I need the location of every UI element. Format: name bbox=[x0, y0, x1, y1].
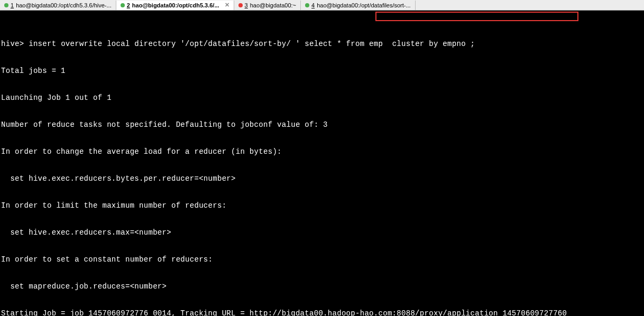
output-line: In order to limit the maximum number of … bbox=[1, 201, 643, 210]
tab-number: 1 bbox=[11, 2, 14, 8]
status-dot-icon bbox=[305, 3, 309, 7]
tab-label: hao@bigdata00:/opt/datafiles/sort-... bbox=[317, 2, 411, 8]
close-icon[interactable]: ✕ bbox=[225, 2, 229, 8]
tab-1[interactable]: 1 hao@bigdata00:/opt/cdh5.3.6/hive-... bbox=[0, 1, 116, 10]
tab-bar: 1 hao@bigdata00:/opt/cdh5.3.6/hive-... 2… bbox=[0, 0, 644, 11]
status-dot-icon bbox=[121, 3, 125, 7]
tab-label: hao@bigdata00:/opt/cdh5.3.6/hive-... bbox=[16, 2, 112, 8]
output-line: set hive.exec.reducers.max=<number> bbox=[1, 228, 643, 237]
output-line: set mapreduce.job.reduces=<number> bbox=[1, 282, 643, 291]
output-line: set hive.exec.reducers.bytes.per.reducer… bbox=[1, 174, 643, 183]
tab-label: hao@bigdata00:~ bbox=[250, 2, 296, 8]
tab-number: 2 bbox=[127, 2, 130, 8]
status-dot-icon bbox=[238, 3, 243, 7]
output-line: Launching Job 1 out of 1 bbox=[1, 94, 643, 103]
tab-label: hao@bigdata00:/opt/cdh5.3.6/... bbox=[132, 2, 219, 8]
tab-number: 4 bbox=[311, 2, 315, 8]
tab-4[interactable]: 4 hao@bigdata00:/opt/datafiles/sort-... bbox=[301, 1, 416, 10]
output-line: Total jobs = 1 bbox=[1, 67, 643, 76]
output-line: Starting Job = job_1457060972776_0014, T… bbox=[1, 309, 643, 316]
output-line: In order to set a constant number of red… bbox=[1, 255, 643, 264]
output-line: In order to change the average load for … bbox=[1, 147, 643, 156]
status-dot-icon bbox=[4, 3, 8, 7]
hive-command: insert overwrite local directory '/opt/d… bbox=[29, 40, 475, 48]
tab-2[interactable]: 2 hao@bigdata00:/opt/cdh5.3.6/... ✕ bbox=[116, 1, 234, 10]
hive-prompt: hive> bbox=[1, 40, 29, 48]
tab-3[interactable]: 3 hao@bigdata00:~ bbox=[234, 1, 301, 10]
output-line: Number of reduce tasks not specified. De… bbox=[1, 120, 643, 129]
tab-number: 3 bbox=[245, 2, 248, 8]
highlight-annotation bbox=[375, 12, 578, 21]
terminal[interactable]: hive> insert overwrite local directory '… bbox=[0, 11, 644, 316]
